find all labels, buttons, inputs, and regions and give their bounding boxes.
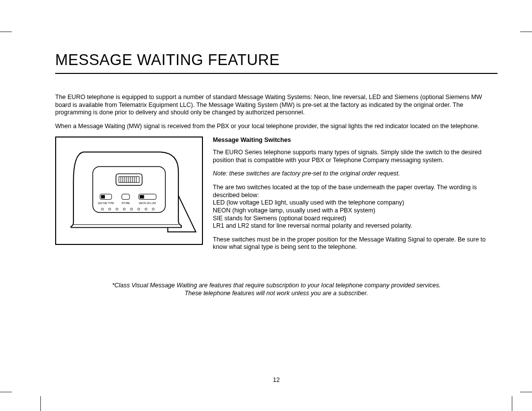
page-content: MESSAGE WAITING FEATURE The EURO telepho… <box>40 32 512 392</box>
title-rule <box>55 73 498 74</box>
diagram-label-mid: STORE <box>122 202 130 205</box>
def-sie: SIE stands for Siemens (optional board r… <box>213 215 498 223</box>
body-text: The EURO telephone is equipped to suppor… <box>55 94 498 257</box>
svg-point-21 <box>131 208 133 210</box>
def-lr: LR1 and LR2 stand for line reversal norm… <box>213 222 498 230</box>
crop-mark <box>0 392 12 392</box>
diagram-label-left: LED SIE TYPE <box>98 202 114 205</box>
svg-point-17 <box>101 208 103 210</box>
switches-p3: These switches must be in the proper pos… <box>213 236 498 251</box>
page-number: 12 <box>40 377 512 383</box>
crop-mark <box>0 32 12 32</box>
phone-switch-diagram: LED SIE TYPE STORE NEON LR1 LR2 <box>55 137 203 245</box>
svg-point-18 <box>109 208 111 210</box>
intro-paragraph-1: The EURO telephone is equipped to suppor… <box>55 94 498 117</box>
phone-diagram-svg: LED SIE TYPE STORE NEON LR1 LR2 <box>56 137 202 244</box>
svg-rect-1 <box>116 173 142 185</box>
svg-rect-0 <box>93 166 165 212</box>
svg-point-24 <box>152 208 154 210</box>
svg-point-22 <box>137 208 139 210</box>
switches-p2-intro: The are two switches located at the top … <box>213 184 498 199</box>
crop-mark <box>520 32 532 32</box>
diagram-label-right: NEON LR1 LR2 <box>139 202 156 205</box>
footnote-line-1: *Class Visual Message Waiting are featur… <box>55 282 498 290</box>
svg-point-20 <box>123 208 125 210</box>
def-led: LED (low voltage LED light, usually used… <box>213 199 498 207</box>
switch-definitions: The are two switches located at the top … <box>213 184 498 230</box>
crop-mark <box>40 396 41 411</box>
intro-paragraph-2: When a Message Waiting (MW) signal is re… <box>55 123 498 131</box>
switches-section: Message Waiting Switches The EURO Series… <box>213 137 498 258</box>
svg-rect-13 <box>101 195 105 198</box>
switches-p1: The EURO Series telephone supports many … <box>213 149 498 164</box>
page-title: MESSAGE WAITING FEATURE <box>55 51 512 69</box>
crop-mark <box>512 396 512 411</box>
def-neon: NEON (high voltage lamp, usually used wi… <box>213 207 498 215</box>
svg-rect-14 <box>122 194 130 199</box>
switches-heading: Message Waiting Switches <box>213 137 498 144</box>
svg-point-23 <box>145 208 147 210</box>
switches-note: Note: these switches are factory pre-set… <box>213 170 498 178</box>
figure-and-switches-row: LED SIE TYPE STORE NEON LR1 LR2 Message … <box>55 137 498 258</box>
footnote: *Class Visual Message Waiting are featur… <box>55 282 498 297</box>
svg-rect-16 <box>140 195 144 198</box>
svg-point-19 <box>116 208 118 210</box>
crop-mark <box>520 392 532 392</box>
footnote-line-2: These telephone features will not work u… <box>55 290 498 298</box>
